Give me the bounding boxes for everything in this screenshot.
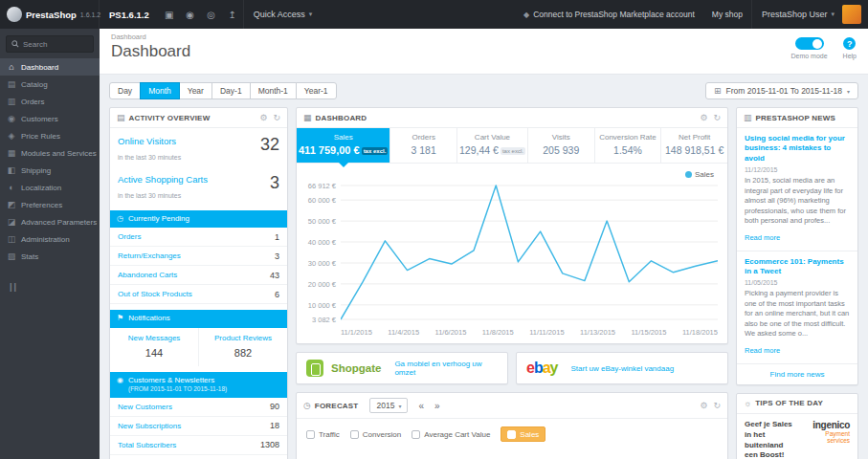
sidebar-item-customers[interactable]: ◉ Customers <box>0 110 100 127</box>
sidebar-item-label: Shipping <box>21 166 51 175</box>
pending-label-link[interactable]: Abandoned Carts <box>118 271 177 279</box>
refresh-icon[interactable]: ↻ <box>713 401 721 410</box>
sidebar-item-orders[interactable]: ▥ Orders <box>0 93 100 110</box>
active-carts-link[interactable]: Active Shopping Carts <box>118 174 208 185</box>
prev-year-button[interactable]: « <box>418 401 424 411</box>
checkbox-traffic[interactable] <box>306 430 315 439</box>
sidebar-item-localization[interactable]: ◐ Localization <box>0 179 100 196</box>
refresh-icon[interactable]: ↻ <box>273 113 280 122</box>
checkbox-average-cart-value[interactable] <box>412 430 420 439</box>
refresh-icon[interactable]: ↻ <box>713 113 721 122</box>
sidebar-item-modules-and-services[interactable]: ▦ Modules and Services <box>0 144 100 162</box>
menu-collapse-button[interactable]: || <box>0 278 100 295</box>
quick-access-menu[interactable]: Quick Access ▾ <box>243 0 323 29</box>
online-visitors-sub: in the last 30 minutes <box>110 154 287 166</box>
next-year-button[interactable]: » <box>434 401 440 411</box>
online-visitors-link[interactable]: Online Visitors <box>118 136 176 146</box>
help-icon[interactable]: ? <box>843 37 856 50</box>
shopgate-wordmark: Shopgate <box>331 362 381 374</box>
sidebar-item-shipping[interactable]: ◧ Shipping <box>0 162 100 179</box>
product-reviews-cell[interactable]: Product Reviews 882 <box>199 328 287 366</box>
range-year-1-button[interactable]: Year-1 <box>296 82 337 99</box>
sidebar-item-price-rules[interactable]: ◈ Price Rules <box>0 127 100 144</box>
sidebar-item-advanced-parameters[interactable]: ◪ Advanced Parameters <box>0 213 100 230</box>
customers-label-link[interactable]: Total Subscribers <box>118 441 176 449</box>
pending-label-link[interactable]: Return/Exchanges <box>118 251 181 260</box>
new-messages-link[interactable]: New Messages <box>113 334 195 342</box>
demo-mode-toggle[interactable] <box>795 37 824 50</box>
cart-icon[interactable]: ▣ <box>159 10 180 20</box>
checkbox-conversion[interactable] <box>350 430 359 439</box>
range-day-1-button[interactable]: Day-1 <box>211 82 251 99</box>
checkbox-sales[interactable] <box>507 430 516 439</box>
forecast-toggle-average-cart-value[interactable]: Average Cart Value <box>412 430 490 439</box>
gear-icon[interactable]: ⚙ <box>700 401 707 410</box>
new-messages-cell[interactable]: New Messages 144 <box>110 328 199 366</box>
kpi-net-profit[interactable]: Net Profit 148 918,51 € <box>661 128 727 163</box>
news-article-title[interactable]: Ecommerce 101: Payments in a Tweet <box>745 257 850 277</box>
range-day-button[interactable]: Day <box>109 82 141 99</box>
range-month-1-button[interactable]: Month-1 <box>250 82 297 99</box>
forecast-toggle-traffic[interactable]: Traffic <box>306 430 340 439</box>
customers-icon: ◉ <box>117 376 123 385</box>
ebay-ad[interactable]: ebay Start uw eBay-winkel vandaag <box>516 352 728 384</box>
forecast-toggle-sales[interactable]: Sales <box>501 426 545 442</box>
prestashop-logo[interactable]: PrestaShop 1.6.1.2 <box>0 0 100 29</box>
support-icon[interactable]: ◎ <box>201 10 222 20</box>
kpi-label: Conversion Rate <box>597 133 659 142</box>
range-month-button[interactable]: Month <box>140 82 180 99</box>
sidebar-item-preferences[interactable]: ◩ Preferences <box>0 196 100 213</box>
news-article-title[interactable]: Using social media for your business: 4 … <box>745 134 850 164</box>
kpi-orders[interactable]: Orders 3 181 <box>390 128 457 163</box>
forecast-toggle-conversion[interactable]: Conversion <box>350 430 401 439</box>
my-shop-link[interactable]: My shop <box>703 0 751 29</box>
sales-chart: Sales 66 912 €60 000 €50 000 €40 000 €30… <box>297 164 727 343</box>
shopgate-ad[interactable]: Shopgate Ga mobiel en verhoog uw omzet <box>296 352 508 384</box>
pending-row-returns: Return/Exchanges 3 <box>110 247 287 266</box>
gear-icon[interactable]: ⚙ <box>259 113 267 122</box>
sidebar-item-label: Modules and Services <box>21 149 97 158</box>
kpi-visits[interactable]: Visits 205 939 <box>528 128 595 163</box>
sidebar-item-dashboard[interactable]: ⌂ Dashboard <box>0 58 100 76</box>
sidebar-item-label: Orders <box>21 98 44 106</box>
chart-legend[interactable]: Sales <box>685 170 714 179</box>
forecast-year-select[interactable]: 2015 ▾ <box>369 398 408 413</box>
receipt-icon: ▥ <box>7 97 16 106</box>
import-icon[interactable]: ↥ <box>222 10 243 20</box>
marketplace-link[interactable]: ◆ Connect to PrestaShop Marketplace acco… <box>515 0 703 29</box>
kpi-cart-value[interactable]: Cart Value 129,44 €tax excl. <box>457 128 528 163</box>
pending-label-link[interactable]: Orders <box>118 232 141 241</box>
range-year-button[interactable]: Year <box>179 82 212 99</box>
shopgate-link[interactable]: Ga mobiel en verhoog uw omzet <box>394 360 498 377</box>
profile-icon[interactable]: ◉ <box>180 10 201 20</box>
read-more-link[interactable]: Read more <box>745 233 780 242</box>
date-range-button[interactable]: ⊞ From 2015-11-01 To 2015-11-18 ▾ <box>705 82 858 99</box>
read-more-link[interactable]: Read more <box>745 346 780 355</box>
sidebar-search[interactable] <box>6 35 94 53</box>
user-menu[interactable]: PrestaShop User ▾ <box>751 0 868 29</box>
sidebar-item-label: Preferences <box>21 201 62 209</box>
sidebar-item-administration[interactable]: ◫ Administration <box>0 230 100 248</box>
y-tick-label: 50 000 € <box>308 217 336 226</box>
sidebar-item-stats[interactable]: ▨ Stats <box>0 248 100 265</box>
product-reviews-link[interactable]: Product Reviews <box>202 334 284 342</box>
find-more-news-link[interactable]: Find more news <box>737 364 857 384</box>
customers-label-link[interactable]: New Customers <box>118 403 172 411</box>
sidebar-item-catalog[interactable]: ▤ Catalog <box>0 76 100 93</box>
prestashop-logo-icon <box>7 7 22 22</box>
panel-title: Activity overview <box>129 114 211 122</box>
kpi-sales[interactable]: Sales 411 759,00 €tax excl. <box>297 128 390 163</box>
shop-name-link[interactable]: PS1.6.1.2 <box>100 10 159 20</box>
gear-icon[interactable]: ⚙ <box>700 113 707 122</box>
content: Day Month Year Day-1 Month-1 Year-1 ⊞ Fr… <box>100 75 868 459</box>
tips-headline: Geef je Sales in het buitenland een Boos… <box>745 420 796 459</box>
customers-newsletters-header: ◉ Customers & Newsletters (FROM 2015-11-… <box>110 372 287 398</box>
pending-label-link[interactable]: Out of Stock Products <box>118 290 192 298</box>
search-input[interactable] <box>23 40 88 49</box>
x-tick-label: 11/4/2015 <box>388 328 419 337</box>
kpi-conversion-rate[interactable]: Conversion Rate 1.54% <box>595 128 662 163</box>
legend-label: Sales <box>695 170 714 179</box>
customers-label-link[interactable]: New Subscriptions <box>118 422 181 430</box>
y-tick-label: 20 000 € <box>308 279 336 288</box>
ebay-link[interactable]: Start uw eBay-winkel vandaag <box>571 364 675 373</box>
